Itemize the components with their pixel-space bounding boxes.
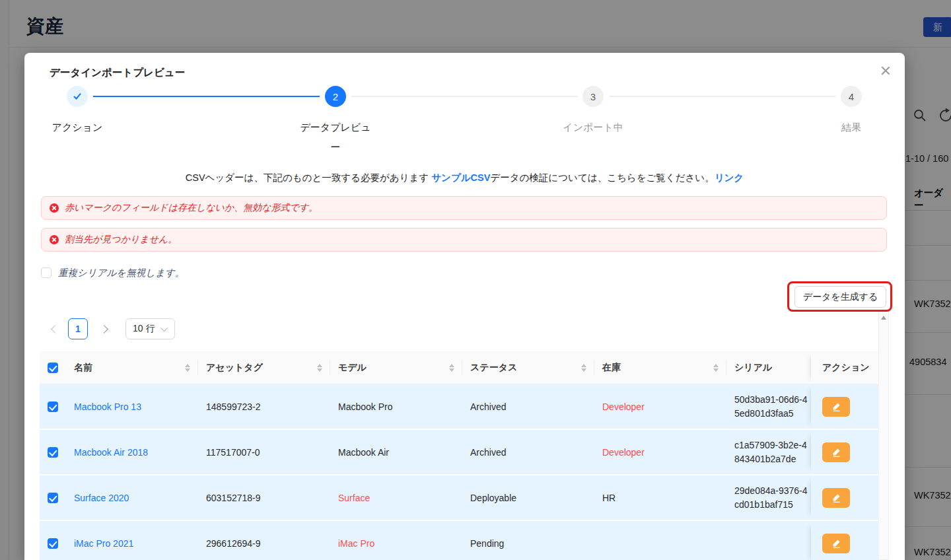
asset-name-link[interactable]: iMac Pro 2021	[66, 521, 198, 560]
page-size-value: 10 行	[133, 323, 155, 335]
asset-name-link[interactable]: Macbook Pro 13	[66, 384, 198, 429]
scrollbar-up-arrow[interactable]	[881, 316, 886, 320]
step-connector	[93, 96, 320, 97]
csv-instruction: CSVヘッダーは、下記のものと一致する必要があります サンプルCSVデータの検証…	[24, 172, 905, 184]
chevron-down-icon	[160, 324, 168, 332]
serial-cell: 50d3ba91-06d6-4 5ed801d3faa5	[734, 393, 808, 421]
asset-tag-cell: 148599723-2	[198, 384, 330, 429]
header-label: モデル	[338, 362, 367, 374]
step-4-label: 結果	[818, 118, 884, 137]
page-1-button[interactable]: 1	[68, 318, 88, 339]
check-icon	[73, 91, 81, 99]
pencil-icon	[831, 493, 841, 503]
header-model[interactable]: モデル	[330, 351, 462, 384]
header-name[interactable]: 名前	[66, 351, 198, 384]
stock-cell	[594, 521, 726, 560]
table-header: 名前 アセットタグ モデル ステータス 在庫 シリアル アクション	[40, 351, 878, 384]
sort-icon[interactable]	[709, 364, 719, 372]
header-stock[interactable]: 在庫	[594, 351, 726, 384]
status-cell: Archived	[462, 430, 594, 474]
modal-title: データインポートプレビュー	[50, 66, 185, 80]
edit-button[interactable]	[822, 397, 850, 417]
header-label: アセットタグ	[206, 362, 263, 374]
table-row: Macbook Air 2018 117517007-0 Macbook Air…	[40, 430, 878, 475]
status-cell: Deployable	[462, 475, 594, 520]
header-serial[interactable]: シリアル	[726, 351, 811, 384]
edit-button[interactable]	[822, 442, 850, 462]
step-3-label: インポート中	[527, 118, 659, 137]
generate-data-button[interactable]: データを生成する	[794, 286, 886, 308]
header-asset-tag[interactable]: アセットタグ	[198, 351, 330, 384]
action-cell	[811, 521, 878, 560]
stock-cell: Developer	[594, 384, 726, 429]
table-row: iMac Pro 2021 296612694-9 iMac Pro Pendi…	[40, 521, 878, 560]
header-status[interactable]: ステータス	[462, 351, 594, 384]
header-label: アクション	[822, 362, 870, 374]
asset-name-link[interactable]: Macbook Air 2018	[66, 430, 198, 474]
pencil-icon	[831, 447, 841, 457]
row-checkbox[interactable]	[48, 447, 58, 458]
status-cell: Archived	[462, 384, 594, 429]
table-row: Surface 2020 603152718-9 Surface Deploya…	[40, 475, 878, 521]
asset-name-link[interactable]: Surface 2020	[66, 475, 198, 520]
instruction-text: データの検証については、こちらをご覧ください。	[490, 172, 714, 183]
alert-text: 赤いマークのフィールドは存在しないか、無効な形式です。	[65, 202, 318, 214]
model-cell: Surface	[330, 475, 462, 520]
row-checkbox-cell[interactable]	[40, 430, 66, 474]
step-connector	[610, 96, 835, 97]
sort-icon[interactable]	[181, 364, 190, 372]
help-link[interactable]: リンク	[715, 172, 744, 183]
header-label: 名前	[74, 362, 92, 374]
model-cell: Macbook Air	[330, 430, 462, 474]
edit-button[interactable]	[822, 488, 850, 508]
serial-cell: c1a57909-3b2e-4 843401b2a7de	[734, 438, 807, 466]
chevron-left-icon	[51, 325, 59, 333]
error-circle-icon	[50, 203, 59, 213]
next-page-button[interactable]	[93, 318, 114, 339]
step-1-circle	[67, 86, 88, 107]
edit-button[interactable]	[822, 534, 850, 553]
sample-csv-link[interactable]: サンプルCSV	[431, 172, 490, 183]
action-cell	[811, 384, 878, 429]
page-size-select[interactable]: 10 行	[125, 318, 175, 339]
error-alert: 割当先が見つかりません。	[41, 228, 887, 252]
ignore-duplicates-checkbox[interactable]	[41, 267, 52, 278]
header-label: 在庫	[602, 362, 621, 374]
select-all-checkbox[interactable]	[48, 363, 58, 373]
close-icon[interactable]	[879, 64, 892, 77]
prev-page-button[interactable]	[44, 318, 65, 339]
step-2-label: データプレビュー	[298, 118, 373, 157]
header-action: アクション	[811, 351, 878, 384]
row-checkbox[interactable]	[48, 538, 58, 549]
step-3-circle: 3	[582, 86, 604, 107]
serial-cell: 29de084a-9376-4 cd01b1baf715	[734, 484, 808, 512]
header-label: ステータス	[470, 362, 517, 374]
sort-icon[interactable]	[445, 364, 454, 372]
pencil-icon	[831, 402, 841, 411]
step-connector	[351, 96, 577, 97]
model-cell: iMac Pro	[330, 521, 462, 560]
row-checkbox-cell[interactable]	[40, 475, 66, 520]
error-alert: 赤いマークのフィールドは存在しないか、無効な形式です。	[41, 196, 887, 220]
ignore-duplicates-label: 重複シリアルを無視します。	[58, 267, 184, 279]
row-checkbox[interactable]	[48, 493, 58, 503]
step-2-circle: 2	[325, 86, 346, 107]
error-circle-icon	[50, 235, 59, 244]
pencil-icon	[831, 538, 841, 548]
row-checkbox[interactable]	[48, 402, 58, 412]
alert-text: 割当先が見つかりません。	[65, 234, 177, 246]
sort-icon[interactable]	[313, 364, 322, 372]
chevron-right-icon	[100, 325, 108, 333]
action-cell	[811, 430, 878, 474]
stock-cell: HR	[594, 475, 726, 520]
row-checkbox-cell[interactable]	[40, 384, 66, 429]
status-cell: Pending	[462, 521, 594, 560]
select-all-checkbox-cell[interactable]	[40, 351, 66, 384]
table-scrollbar[interactable]	[878, 310, 889, 560]
model-cell: Macbook Pro	[330, 384, 462, 429]
asset-tag-cell: 603152718-9	[198, 475, 330, 520]
asset-tag-cell: 117517007-0	[198, 430, 330, 474]
sort-icon[interactable]	[577, 364, 586, 372]
row-checkbox-cell[interactable]	[40, 521, 66, 560]
stock-cell: Developer	[594, 430, 726, 474]
